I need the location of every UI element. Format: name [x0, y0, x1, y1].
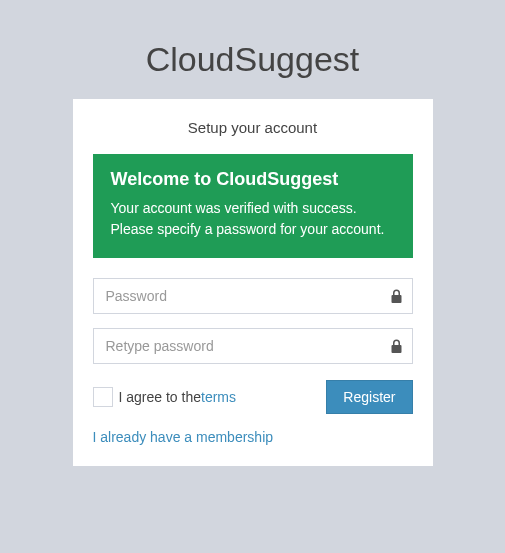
alert-line-1: Your account was verified with success. — [111, 198, 395, 219]
success-alert: Welcome to CloudSuggest Your account was… — [93, 154, 413, 258]
retype-password-group — [93, 328, 413, 364]
brand-logo: CloudSuggest — [146, 40, 360, 79]
password-group — [93, 278, 413, 314]
retype-password-input[interactable] — [93, 328, 413, 364]
terms-checkbox-label[interactable]: I agree to the terms — [93, 387, 237, 407]
membership-link[interactable]: I already have a membership — [93, 429, 274, 445]
register-card: Setup your account Welcome to CloudSugge… — [73, 99, 433, 466]
agree-text: I agree to the — [119, 389, 202, 405]
password-input[interactable] — [93, 278, 413, 314]
alert-line-2: Please specify a password for your accou… — [111, 219, 395, 240]
membership-row: I already have a membership — [93, 428, 413, 446]
card-subtitle: Setup your account — [93, 119, 413, 136]
alert-title: Welcome to CloudSuggest — [111, 169, 395, 190]
terms-checkbox[interactable] — [93, 387, 113, 407]
terms-link[interactable]: terms — [201, 389, 236, 405]
form-actions-row: I agree to the terms Register — [93, 380, 413, 414]
register-button[interactable]: Register — [326, 380, 412, 414]
